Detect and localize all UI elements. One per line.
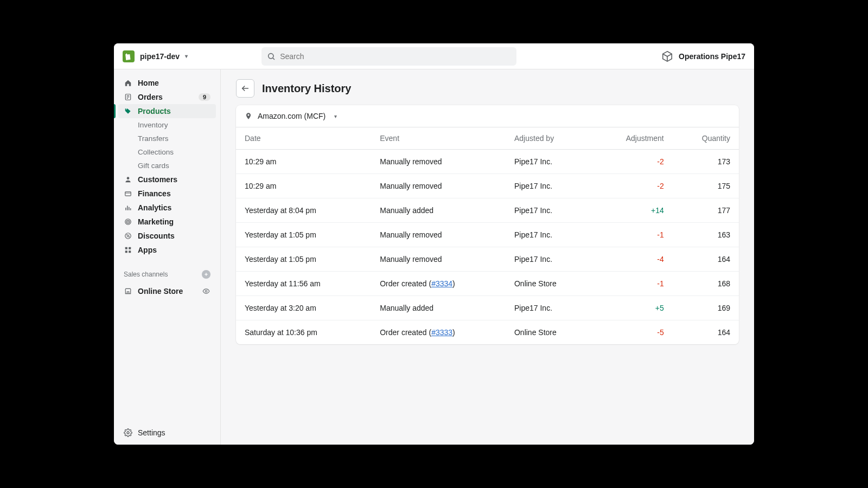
- sidebar-item-customers[interactable]: Customers: [118, 172, 216, 187]
- target-icon: [124, 217, 132, 226]
- svg-rect-22: [125, 251, 127, 253]
- tag-icon: [124, 107, 132, 115]
- cell-date: Yesterday at 1:05 pm: [236, 247, 371, 272]
- chevron-down-icon: ▾: [185, 53, 188, 59]
- cell-event: Order created (#3334): [371, 272, 506, 296]
- order-link[interactable]: #3333: [431, 328, 452, 337]
- cell-adjusted-by: Pipe17 Inc.: [506, 223, 592, 247]
- col-event: Event: [371, 127, 506, 150]
- eye-icon[interactable]: [202, 287, 210, 296]
- cell-date: Yesterday at 1:05 pm: [236, 223, 371, 247]
- subnav-item-transfers[interactable]: Transfers: [133, 132, 216, 145]
- svg-point-6: [127, 177, 130, 179]
- subnav-item-gift-cards[interactable]: Gift cards: [133, 159, 216, 172]
- account-menu[interactable]: Operations Pipe17: [661, 50, 745, 62]
- cell-adjustment: -1: [592, 272, 673, 296]
- sidebar-item-marketing[interactable]: Marketing: [118, 215, 216, 229]
- main-content: Inventory History Amazon.com (MCF) ▾ Dat…: [221, 69, 754, 445]
- discount-icon: [124, 232, 132, 240]
- svg-point-19: [129, 236, 129, 237]
- add-channel-button[interactable]: [202, 270, 210, 279]
- col-adjustment: Adjustment: [592, 127, 673, 150]
- sidebar-item-label: Marketing: [138, 217, 174, 226]
- store-name: pipe17-dev: [140, 52, 180, 61]
- cell-quantity: 175: [673, 174, 739, 198]
- table-row: Saturday at 10:36 pmOrder created (#3333…: [236, 320, 739, 345]
- cell-adjusted-by: Pipe17 Inc.: [506, 296, 592, 320]
- svg-rect-21: [129, 247, 131, 249]
- cell-adjusted-by: Online Store: [506, 272, 592, 296]
- page-header: Inventory History: [236, 79, 739, 98]
- sidebar: HomeOrders9ProductsInventoryTransfersCol…: [114, 69, 221, 445]
- sidebar-item-products[interactable]: Products: [118, 104, 216, 118]
- analytics-icon: [124, 203, 132, 212]
- channel-item-label: Online Store: [138, 287, 183, 296]
- svg-line-1: [273, 58, 275, 60]
- channel-item-online-store[interactable]: Online Store: [118, 284, 216, 298]
- cell-adjustment: +14: [592, 198, 673, 223]
- cell-adjustment: +5: [592, 296, 673, 320]
- cell-adjustment: -5: [592, 320, 673, 345]
- topbar: pipe17-dev ▾ Operations Pipe17: [114, 43, 754, 69]
- sidebar-item-label: Analytics: [138, 203, 171, 212]
- search-wrap: [261, 47, 516, 66]
- table-row: 10:29 amManually removedPipe17 Inc.-2175: [236, 174, 739, 198]
- cell-event: Manually removed: [371, 223, 506, 247]
- cell-quantity: 163: [673, 223, 739, 247]
- cell-adjusted-by: Pipe17 Inc.: [506, 247, 592, 272]
- event-text: Order created (: [380, 279, 431, 288]
- home-icon: [124, 79, 132, 87]
- cell-date: Yesterday at 11:56 am: [236, 272, 371, 296]
- sales-channels-label: Sales channels: [124, 271, 168, 278]
- sidebar-item-discounts[interactable]: Discounts: [118, 229, 216, 243]
- sales-channels-header: Sales channels: [114, 267, 220, 282]
- person-icon: [124, 175, 132, 184]
- store-switcher[interactable]: pipe17-dev ▾: [123, 50, 188, 62]
- app-window: pipe17-dev ▾ Operations Pipe17 HomeOrder…: [114, 43, 754, 445]
- search-input[interactable]: [261, 47, 516, 66]
- cell-event: Manually removed: [371, 174, 506, 198]
- chevron-down-icon: ▾: [334, 113, 337, 119]
- svg-rect-23: [129, 251, 131, 253]
- table-row: Yesterday at 3:20 amManually addedPipe17…: [236, 296, 739, 320]
- svg-point-0: [269, 53, 273, 58]
- cell-event: Manually added: [371, 296, 506, 320]
- search-field[interactable]: [280, 52, 511, 61]
- sidebar-item-label: Discounts: [138, 232, 175, 240]
- cell-date: Yesterday at 3:20 am: [236, 296, 371, 320]
- location-selector[interactable]: Amazon.com (MCF) ▾: [236, 105, 739, 127]
- settings-link[interactable]: Settings: [114, 425, 220, 440]
- cell-quantity: 164: [673, 247, 739, 272]
- sidebar-item-apps[interactable]: Apps: [118, 243, 216, 257]
- cell-quantity: 173: [673, 150, 739, 174]
- event-text: Order created (: [380, 328, 431, 337]
- history-table: Date Event Adjusted by Adjustment Quanti…: [236, 127, 739, 344]
- body: HomeOrders9ProductsInventoryTransfersCol…: [114, 69, 754, 445]
- sidebar-item-label: Finances: [138, 189, 171, 198]
- cell-event: Manually added: [371, 198, 506, 223]
- cell-adjusted-by: Pipe17 Inc.: [506, 150, 592, 174]
- table-row: Yesterday at 11:56 amOrder created (#333…: [236, 272, 739, 296]
- sidebar-item-orders[interactable]: Orders9: [118, 90, 216, 104]
- sidebar-item-label: Home: [138, 79, 159, 87]
- subnav-item-collections[interactable]: Collections: [133, 145, 216, 159]
- cell-date: 10:29 am: [236, 174, 371, 198]
- svg-rect-20: [125, 247, 127, 249]
- sidebar-item-analytics[interactable]: Analytics: [118, 201, 216, 215]
- back-button[interactable]: [236, 79, 254, 98]
- order-link[interactable]: #3334: [431, 279, 452, 288]
- col-quantity: Quantity: [673, 127, 739, 150]
- subnav-item-inventory[interactable]: Inventory: [133, 118, 216, 132]
- cell-quantity: 169: [673, 296, 739, 320]
- cell-date: 10:29 am: [236, 150, 371, 174]
- cell-event: Manually removed: [371, 247, 506, 272]
- cell-adjustment: -2: [592, 174, 673, 198]
- sidebar-item-home[interactable]: Home: [118, 76, 216, 90]
- svg-point-15: [127, 221, 128, 222]
- primary-nav: HomeOrders9ProductsInventoryTransfersCol…: [114, 74, 220, 259]
- store-icon: [124, 287, 132, 296]
- location-pin-icon: [245, 112, 252, 120]
- cell-adjustment: -2: [592, 150, 673, 174]
- sidebar-item-finances[interactable]: Finances: [118, 187, 216, 201]
- cell-date: Yesterday at 8:04 pm: [236, 198, 371, 223]
